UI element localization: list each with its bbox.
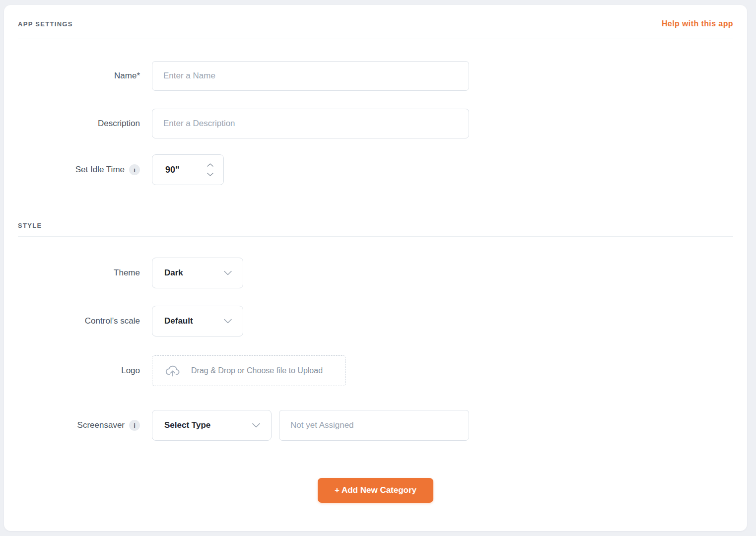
name-input[interactable] <box>152 61 469 91</box>
section-title-app-settings: APP SETTINGS <box>18 20 73 28</box>
logo-upload-dropzone[interactable]: Drag & Drop or Choose file to Upload <box>152 355 346 386</box>
screensaver-type-select[interactable]: Select Type <box>152 410 272 441</box>
description-label-cell: Description <box>18 119 140 129</box>
section-title-style: STYLE <box>18 222 733 229</box>
stepper-arrows <box>207 155 213 185</box>
idle-time-value: 90" <box>165 165 180 175</box>
screensaver-label-cell: Screensaver i <box>18 420 140 431</box>
theme-row: Theme Dark <box>18 258 733 288</box>
app-settings-card: APP SETTINGS Help with this app Name* De… <box>4 5 747 531</box>
description-label: Description <box>98 119 140 129</box>
chevron-down-icon[interactable] <box>207 173 213 176</box>
name-label-cell: Name* <box>18 71 140 81</box>
cloud-upload-icon <box>165 364 180 377</box>
theme-label: Theme <box>114 268 140 278</box>
chevron-down-icon <box>224 319 232 324</box>
logo-row: Logo Drag & Drop or Choose file to Uploa… <box>18 355 733 386</box>
button-row: + Add New Category <box>18 478 733 503</box>
logo-label-cell: Logo <box>18 366 140 376</box>
style-divider <box>18 236 733 237</box>
idle-time-label: Set Idle Time <box>75 165 125 175</box>
name-label: Name* <box>114 71 140 81</box>
info-icon[interactable]: i <box>129 164 140 175</box>
chevron-down-icon <box>252 423 260 428</box>
idle-time-label-cell: Set Idle Time i <box>18 164 140 175</box>
screensaver-assigned-input[interactable] <box>279 410 469 441</box>
theme-label-cell: Theme <box>18 268 140 278</box>
add-new-category-button[interactable]: + Add New Category <box>318 478 433 503</box>
upload-instruction-text: Drag & Drop or Choose file to Upload <box>191 366 323 375</box>
controls-scale-label-cell: Control’s scale <box>18 316 140 326</box>
name-row: Name* <box>18 61 733 91</box>
logo-label: Logo <box>121 366 140 376</box>
header-divider <box>18 39 733 39</box>
controls-scale-row: Control’s scale Default <box>18 306 733 336</box>
idle-time-stepper[interactable]: 90" <box>152 154 224 185</box>
controls-scale-select[interactable]: Default <box>152 306 243 336</box>
info-icon[interactable]: i <box>129 420 140 431</box>
chevron-up-icon[interactable] <box>207 163 213 167</box>
description-input[interactable] <box>152 109 469 138</box>
screensaver-row: Screensaver i Select Type <box>18 410 733 441</box>
controls-scale-label: Control’s scale <box>85 316 140 326</box>
idle-time-row: Set Idle Time i 90" <box>18 154 733 185</box>
description-row: Description <box>18 109 733 138</box>
help-link[interactable]: Help with this app <box>662 19 733 28</box>
chevron-down-icon <box>224 271 232 275</box>
theme-selected-value: Dark <box>164 268 183 278</box>
theme-select[interactable]: Dark <box>152 258 243 288</box>
controls-scale-selected-value: Default <box>164 316 193 326</box>
screensaver-type-value: Select Type <box>164 420 210 430</box>
card-header: APP SETTINGS Help with this app <box>18 19 733 29</box>
screensaver-label: Screensaver <box>77 420 125 430</box>
